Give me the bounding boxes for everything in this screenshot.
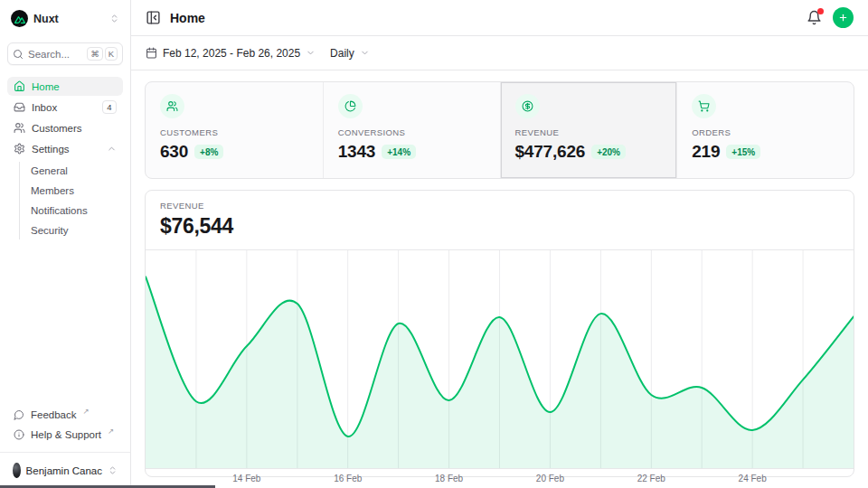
sidebar-item-settings[interactable]: Settings: [7, 139, 123, 158]
stat-label: REVENUE: [515, 127, 663, 137]
external-link-icon: ↗: [108, 426, 114, 438]
revenue-area-chart[interactable]: [146, 249, 854, 469]
sidebar-item-label: Home: [32, 81, 60, 92]
page-header: Home: [131, 0, 868, 36]
sidebar-nav: Home Inbox 4 Customers Settings Ge: [7, 77, 123, 241]
stat-value: $477,626: [515, 142, 586, 162]
inbox-count-badge: 4: [102, 100, 117, 114]
stat-label: ORDERS: [692, 127, 839, 137]
stat-change-badge: +15%: [726, 145, 760, 159]
help-support-link[interactable]: Help & Support ↗: [7, 426, 123, 444]
stat-card-customers[interactable]: CUSTOMERS 630 +8%: [146, 82, 323, 178]
x-tick-label: 24 Feb: [739, 474, 767, 483]
notifications-bell-icon[interactable]: [805, 8, 824, 27]
search-input[interactable]: Search... ⌘ K: [7, 42, 123, 65]
feedback-label: Feedback: [31, 409, 77, 420]
date-range-picker[interactable]: Feb 12, 2025 - Feb 26, 2025: [146, 47, 316, 60]
period-select[interactable]: Daily: [330, 47, 370, 60]
settings-sub-list: General Members Notifications Security: [19, 162, 123, 239]
sidebar-item-general[interactable]: General: [20, 162, 123, 180]
sidebar: Nuxt Search... ⌘ K Home Inbox 4: [0, 0, 131, 488]
header-actions: [805, 7, 854, 28]
feedback-link[interactable]: Feedback ↗: [7, 406, 123, 424]
stat-card-orders[interactable]: ORDERS 219 +15%: [676, 82, 854, 178]
period-value: Daily: [330, 47, 354, 60]
stat-change-badge: +8%: [194, 145, 223, 159]
sidebar-item-security[interactable]: Security: [20, 221, 123, 239]
sidebar-item-label: Inbox: [32, 102, 57, 113]
sidebar-item-members[interactable]: Members: [20, 182, 123, 200]
chart-header: REVENUE $76,544: [146, 191, 854, 249]
x-tick-label: 18 Feb: [435, 474, 463, 483]
message-circle-icon: [14, 409, 24, 420]
collapse-sidebar-icon[interactable]: [146, 10, 161, 25]
chart-total-value: $76,544: [160, 214, 839, 239]
sidebar-item-label: Settings: [32, 144, 70, 155]
x-tick-label: 22 Feb: [637, 474, 665, 483]
info-circle-icon: [14, 429, 24, 440]
external-link-icon: ↗: [83, 406, 90, 418]
workspace-name: Nuxt: [33, 13, 59, 25]
add-button[interactable]: [833, 7, 854, 28]
stat-value: 1343: [338, 142, 375, 162]
user-name: Benjamin Canac: [26, 465, 102, 476]
sidebar-item-home[interactable]: Home: [7, 77, 123, 96]
kbd-k: K: [105, 47, 118, 61]
chart-x-axis: 14 Feb16 Feb18 Feb20 Feb22 Feb24 Feb: [146, 469, 854, 476]
chevrons-up-down-icon: [109, 14, 119, 23]
chevrons-up-down-icon: [108, 465, 118, 475]
chevron-up-icon: [107, 144, 117, 154]
shopping-cart-icon: [692, 94, 716, 118]
user-menu[interactable]: Benjamin Canac: [7, 460, 123, 481]
filters-toolbar: Feb 12, 2025 - Feb 26, 2025 Daily: [131, 36, 868, 70]
x-tick-label: 14 Feb: [232, 474, 260, 483]
search-shortcut: ⌘ K: [87, 47, 118, 61]
revenue-chart-card: REVENUE $76,544 14 Feb16 Feb18 Feb20 Feb…: [145, 190, 854, 477]
stat-label: CONVERSIONS: [338, 127, 486, 137]
divider: [0, 452, 130, 453]
help-support-label: Help & Support: [31, 429, 101, 440]
gear-icon: [14, 143, 25, 155]
sidebar-footer: Feedback ↗ Help & Support ↗ Benjamin Can…: [7, 406, 123, 481]
nuxt-logo-icon: [11, 10, 28, 27]
x-tick-label: 20 Feb: [536, 474, 564, 483]
chevron-down-icon: [360, 48, 370, 58]
x-tick-label: 16 Feb: [334, 474, 362, 483]
circle-dollar-icon: [515, 94, 540, 118]
search-placeholder: Search...: [28, 49, 70, 60]
kbd-cmd: ⌘: [87, 47, 103, 61]
calendar-icon: [146, 47, 157, 59]
home-icon: [14, 80, 25, 92]
date-range-value: Feb 12, 2025 - Feb 26, 2025: [163, 47, 300, 60]
workspace-switcher[interactable]: Nuxt: [7, 7, 123, 30]
users-icon: [160, 94, 184, 118]
notification-dot: [817, 8, 824, 14]
chevron-down-icon: [306, 48, 316, 58]
stat-label: CUSTOMERS: [160, 127, 308, 137]
sidebar-item-label: Customers: [32, 123, 82, 134]
page-title: Home: [170, 11, 205, 25]
stats-row: CUSTOMERS 630 +8% CONVERSIONS 1343 +14%: [145, 81, 854, 179]
users-icon: [14, 122, 25, 134]
chart-svg: [146, 250, 854, 468]
chart-label: REVENUE: [160, 201, 839, 211]
sidebar-item-notifications[interactable]: Notifications: [20, 202, 123, 220]
stat-card-conversions[interactable]: CONVERSIONS 1343 +14%: [323, 82, 500, 178]
sidebar-item-customers[interactable]: Customers: [7, 118, 123, 137]
stat-card-revenue[interactable]: REVENUE $477,626 +20%: [500, 82, 677, 178]
dashboard-content: CUSTOMERS 630 +8% CONVERSIONS 1343 +14%: [131, 70, 868, 488]
pie-chart-icon: [338, 94, 363, 118]
stat-value: 630: [160, 142, 188, 162]
sidebar-item-inbox[interactable]: Inbox 4: [7, 98, 123, 117]
inbox-icon: [14, 101, 25, 113]
main-area: Home Feb 12, 2025 - Feb 26, 2025 Daily: [131, 0, 868, 488]
stat-change-badge: +14%: [382, 145, 416, 159]
stat-value: 219: [692, 142, 720, 162]
stat-change-badge: +20%: [591, 145, 626, 159]
search-icon: [13, 49, 24, 60]
avatar: [13, 463, 21, 478]
